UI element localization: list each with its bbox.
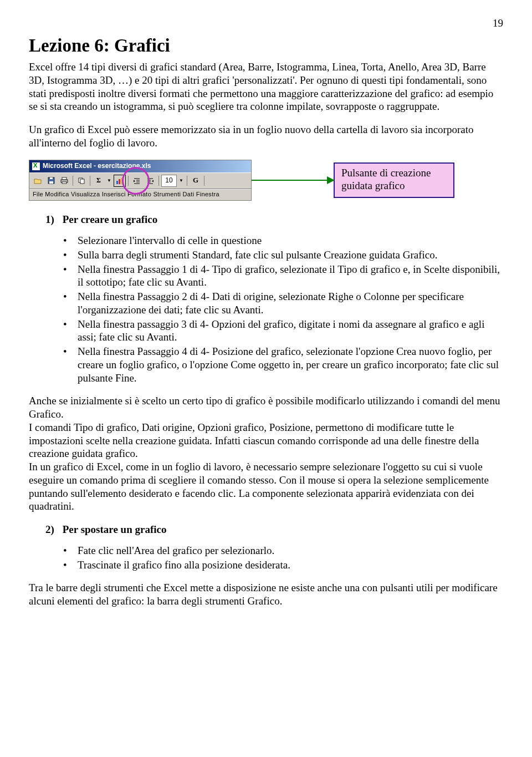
standard-toolbar: Σ ▼ 10 ▼ G xyxy=(29,172,251,189)
section-2-list: Fate clic nell'Area del grafico per sele… xyxy=(63,544,503,572)
svg-rect-1 xyxy=(49,181,53,184)
indent-right-icon xyxy=(144,175,156,187)
toolbar-separator xyxy=(73,176,73,186)
body-paragraph: In un grafico di Excel, come in un fogli… xyxy=(29,460,503,513)
page-number: 19 xyxy=(29,17,503,30)
dropdown-icon: ▼ xyxy=(178,175,185,187)
toolbar-separator xyxy=(204,176,204,186)
list-item: Nella finestra Passaggio 2 di 4- Dati di… xyxy=(63,290,503,317)
section-1-heading: 1) Per creare un grafico xyxy=(45,213,503,226)
excel-toolbar-mock: Microsoft Excel - esercitazione.xls Σ ▼ xyxy=(29,160,252,201)
save-icon xyxy=(45,175,57,187)
section-2-title: Per spostare un grafico xyxy=(63,524,167,535)
toolbar-figure: Microsoft Excel - esercitazione.xls Σ ▼ xyxy=(29,160,503,201)
indent-left-icon xyxy=(131,175,143,187)
svg-rect-2 xyxy=(50,177,53,179)
window-title: Microsoft Excel - esercitazione.xls xyxy=(43,162,151,170)
list-item: Nella finestra Passaggio 1 di 4- Tipo di… xyxy=(63,263,503,289)
section-1-title: Per creare un grafico xyxy=(63,214,157,225)
list-item: Trascinate il grafico fino alla posizion… xyxy=(63,558,503,572)
closing-paragraph: Tra le barre degli strumenti che Excel m… xyxy=(29,581,503,608)
arrow-icon xyxy=(252,180,334,181)
print-icon xyxy=(58,175,70,187)
list-item: Sulla barra degli strumenti Standard, fa… xyxy=(63,248,503,262)
section-1-list: Selezionare l'intervallo di celle in que… xyxy=(63,234,503,384)
chart-wizard-icon xyxy=(114,175,126,187)
dropdown-icon: ▼ xyxy=(106,175,112,187)
svg-rect-8 xyxy=(116,181,118,184)
copy-icon xyxy=(75,175,88,187)
excel-app-icon xyxy=(32,162,40,171)
bold-icon: G xyxy=(190,175,202,187)
list-item: Fate clic nell'Area del grafico per sele… xyxy=(63,544,503,557)
open-icon xyxy=(32,175,44,187)
body-paragraph: I comandi Tipo di grafico, Dati origine,… xyxy=(29,421,503,460)
toolbar-separator xyxy=(158,176,159,186)
svg-rect-10 xyxy=(121,178,122,184)
body-paragraph: Anche se inizialmente si è scelto un cer… xyxy=(29,394,503,421)
toolbar-separator xyxy=(128,176,129,186)
toolbar-separator xyxy=(187,176,187,186)
section-2-heading: 2) Per spostare un grafico xyxy=(45,523,503,536)
intro-paragraph-2: Un grafico di Excel può essere memorizza… xyxy=(29,123,503,150)
toolbar-separator xyxy=(90,176,90,186)
callout-box: Pulsante di creazione guidata grafico xyxy=(334,162,454,198)
list-item: Nella finestra Passaggio 4 di 4- Posizio… xyxy=(63,345,503,384)
section-1-number: 1) xyxy=(45,213,60,226)
svg-rect-7 xyxy=(80,179,84,184)
intro-paragraph-1: Excel offre 14 tipi diversi di grafici s… xyxy=(29,60,503,113)
fontsize-box: 10 xyxy=(161,175,177,187)
svg-rect-3 xyxy=(62,177,66,180)
svg-rect-5 xyxy=(62,182,66,184)
list-item: Selezionare l'intervallo di celle in que… xyxy=(63,234,503,247)
window-titlebar: Microsoft Excel - esercitazione.xls xyxy=(29,160,251,172)
menu-bar: File Modifica Visualizza Inserisci Forma… xyxy=(29,189,251,201)
page-title: Lezione 6: Grafici xyxy=(29,34,503,57)
svg-rect-9 xyxy=(119,179,120,184)
list-item: Nella finestra passaggio 3 di 4- Opzioni… xyxy=(63,318,503,344)
autosum-icon: Σ xyxy=(93,175,105,187)
section-2-number: 2) xyxy=(45,523,60,536)
